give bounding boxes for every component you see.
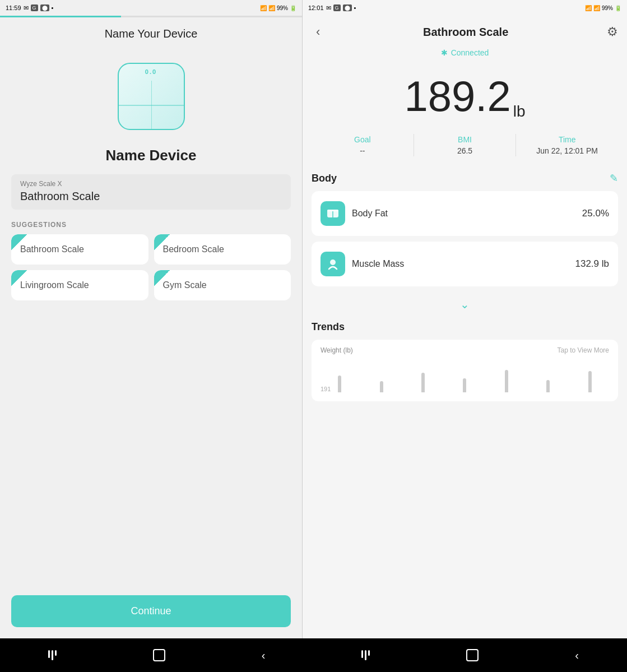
suggestions-label: SUGGESTIONS [0,216,302,234]
chart-bar-5 [505,370,508,392]
suggestion-gym-scale[interactable]: Gym Scale [154,270,291,300]
suggestion-text-3: Livingroom Scale [18,280,89,290]
muscle-mass-name: Muscle Mass [352,259,404,269]
suggestion-livingroom-scale[interactable]: Livingroom Scale [11,270,148,300]
muscle-mass-value: 132.9 lb [575,258,610,270]
nav-back-right[interactable]: ‹ [575,649,579,662]
battery-right: 99% [602,5,613,11]
wifi-icon-right: 📶 [585,5,592,11]
device-type-label: Wyze Scale X [20,180,282,188]
muscle-mass-icon-box [321,252,345,276]
dot-right: • [354,4,356,11]
chevron-down[interactable]: ⌄ [303,292,627,317]
suggestion-bedroom-scale[interactable]: Bedroom Scale [154,234,291,265]
left-screen: 11:59 ✉ G ⬤ • 📶 📶 99% 🔋 Name Your Device… [0,0,303,638]
nav-menu-left[interactable] [48,650,57,660]
battery-icon-left: 🔋 [290,5,296,11]
body-section: Body ✎ Body Fat 25.0% [303,168,627,292]
mail-icon-right: ✉ [326,4,331,12]
time-value: Jun 22, 12:01 PM [521,146,614,155]
chart-y-label: Weight (lb) [321,346,353,354]
bmi-label: BMI [419,135,512,144]
name-device-title: Name Device [0,141,302,174]
device-name-value: Bathroom Scale [20,190,282,203]
suggestion-text-2: Bedroom Scale [161,244,224,254]
chart-bar-3 [421,373,425,392]
weight-unit: lb [513,103,526,120]
svg-point-3 [330,259,336,265]
battery-left: 99% [277,5,288,11]
dot-left: • [52,4,54,11]
muscle-mass-card[interactable]: Muscle Mass 132.9 lb [312,242,618,286]
scale-v-line [151,81,152,129]
stat-bmi: BMI 26.5 [414,132,516,159]
body-fat-value: 25.0% [582,208,609,219]
suggestion-bathroom-scale[interactable]: Bathroom Scale [11,234,148,265]
chart-bar-group-5 [487,370,526,392]
suggestion-text-1: Bathroom Scale [18,244,84,254]
chart-bar-group-4 [445,378,484,392]
nav-back-left[interactable]: ‹ [262,649,266,662]
chart-bar-4 [463,378,466,392]
chart-bar-1 [338,376,341,392]
google-icon-right: G [333,4,341,11]
time-label: Time [521,135,614,144]
signal-icon-right: 📶 [593,5,600,11]
scale-image-container: 0.0 [0,46,302,141]
body-fat-card[interactable]: Body Fat 25.0% [312,191,618,236]
scale-icon: 0.0 [118,63,185,130]
battery-icon-right: 🔋 [615,5,621,11]
chart-bar-6 [546,380,550,392]
body-fat-icon [326,206,340,221]
trends-section: Trends Weight (lb) Tap to View More [303,317,627,401]
edit-icon[interactable]: ✎ [610,172,618,184]
nav-menu-right[interactable] [361,650,370,660]
y-axis-min-label: 191 [321,386,331,392]
chart-container[interactable]: Weight (lb) Tap to View More [312,340,618,401]
body-fat-left: Body Fat [321,201,388,226]
weight-display: 189.2lb [303,63,627,127]
chart-bar-2 [380,381,383,392]
chart-bar-group-3 [404,373,442,392]
body-fat-icon-box [321,201,345,226]
scale-lines [119,81,184,129]
stat-goal: Goal -- [312,132,414,159]
record-icon-left: ⬤ [40,4,49,11]
chart-header: Weight (lb) Tap to View More [321,346,609,354]
bluetooth-connected: ✱ Connected [303,46,627,63]
device-name-input-box[interactable]: Wyze Scale X Bathroom Scale [11,174,291,210]
nav-home-left[interactable] [153,649,165,661]
right-header: ‹ Bathroom Scale ⚙ [303,16,627,46]
bmi-value: 26.5 [419,146,512,155]
body-fat-name: Body Fat [352,208,388,219]
back-button[interactable]: ‹ [312,22,324,41]
chart-bar-7 [588,371,592,392]
settings-icon[interactable]: ⚙ [607,25,618,39]
goal-value: -- [316,146,409,155]
chart-bar-group-7 [571,371,609,392]
trends-title: Trends [312,321,618,333]
signal-icon-left: 📶 [268,5,275,11]
weight-value: 189.2 [405,72,511,121]
stats-row: Goal -- BMI 26.5 Time Jun 22, 12:01 PM [303,127,627,168]
suggestion-corner-1 [11,234,27,250]
chart-bar-group-2 [362,381,400,392]
status-bar-right: 12:01 ✉ G ⬤ • 📶 📶 99% 🔋 [303,0,627,16]
left-screen-header: Name Your Device [0,17,302,46]
suggestion-corner-2 [154,234,170,250]
continue-button[interactable]: Continue [11,595,291,627]
nav-home-right[interactable] [466,649,479,661]
time-left: 11:59 [6,4,21,11]
right-title: Bathroom Scale [423,26,508,39]
record-icon-right: ⬤ [343,4,352,11]
body-title: Body [312,173,337,184]
goal-label: Goal [316,135,409,144]
google-icon-left: G [31,4,38,11]
chart-area: 191 [321,359,609,392]
bottom-nav-left: ‹ [0,638,314,672]
muscle-mass-icon [326,257,340,271]
scale-display: 0.0 [145,68,157,75]
muscle-mass-left: Muscle Mass [321,252,404,276]
right-screen: 12:01 ✉ G ⬤ • 📶 📶 99% 🔋 ‹ Bathroom Scale… [303,0,627,638]
bottom-nav: ‹ ‹ [0,638,627,672]
